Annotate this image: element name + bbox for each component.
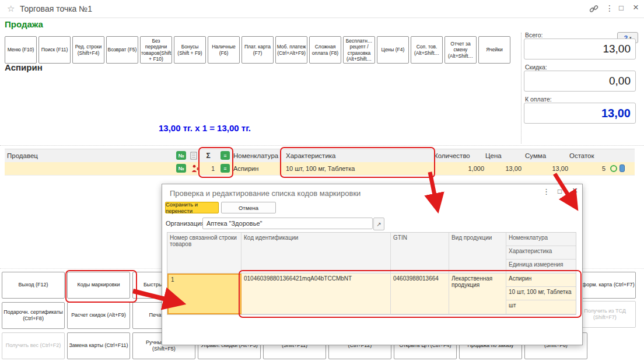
toolbar-button-prices[interactable]: Цены (F4) bbox=[377, 36, 409, 64]
col-product-type[interactable]: Вид продукции bbox=[449, 233, 506, 274]
row-line-number[interactable]: 1 bbox=[197, 162, 215, 175]
col-nomenclature[interactable]: Номенклатура bbox=[233, 149, 278, 162]
col-stock[interactable]: Остаток bbox=[569, 149, 594, 162]
discount-calc-button[interactable]: Расчет скидок (Alt+F9) bbox=[67, 302, 130, 329]
get-from-tsd-button[interactable]: Получить из ТСД (Shift+F7) bbox=[574, 301, 636, 328]
row-price[interactable]: 13,00 bbox=[485, 162, 522, 175]
row-nomenclature[interactable]: Аспирин bbox=[506, 274, 576, 287]
open-link-icon[interactable]: ↗ bbox=[373, 218, 384, 230]
marking-list-icon[interactable]: ≡ bbox=[220, 151, 230, 160]
maximize-icon[interactable]: □ bbox=[558, 187, 562, 195]
toolbar-button-search[interactable]: Поиск (F11) bbox=[38, 36, 71, 64]
exit-button[interactable]: Выход (F12) bbox=[2, 272, 65, 299]
current-product-title: Аспирин bbox=[5, 62, 43, 72]
row-product-type[interactable]: Лекарственная продукция bbox=[449, 274, 506, 314]
vertical-separator bbox=[521, 33, 522, 143]
line-number-icon: № bbox=[176, 164, 186, 173]
due-label: К оплате: bbox=[525, 96, 552, 103]
marking-codes-button[interactable]: Коды маркировки bbox=[67, 272, 130, 299]
col-quantity[interactable]: Количество bbox=[434, 149, 470, 162]
window-title: Торговая точка №1 bbox=[20, 4, 92, 13]
calc-line: 13,00 тг. x 1 = 13,00 тг. bbox=[159, 123, 251, 133]
row-linked-line-number[interactable]: 1 bbox=[167, 274, 242, 314]
sales-table-row[interactable]: № 1 ≡ Аспирин 10 шт, 100 мг, Таблетка 1,… bbox=[5, 162, 635, 176]
close-icon[interactable]: × bbox=[633, 2, 639, 13]
toolbar-button-edit-row[interactable]: Ред. строки (Shift+F4) bbox=[72, 36, 104, 64]
toolbar-button-complex-payment[interactable]: Сложная оплата (F8) bbox=[309, 36, 341, 64]
row-sum[interactable]: 13,00 bbox=[524, 162, 568, 175]
marking-codes-dialog: Проверка и редактирование списка кодов м… bbox=[162, 184, 583, 345]
get-weight-button[interactable]: Получить вес (Ctrl+F2) bbox=[2, 332, 65, 359]
row-unit[interactable]: шт bbox=[506, 300, 576, 314]
col-seller[interactable]: Продавец bbox=[7, 149, 38, 162]
toolbar-button-shift-report[interactable]: Отчет за смену (Alt+Shift… bbox=[444, 36, 477, 64]
toolbar-button-cash[interactable]: Наличные (F6) bbox=[208, 36, 240, 64]
due-field[interactable]: 13,00 bbox=[524, 103, 636, 124]
toolbar-button-mobile-payment[interactable]: Моб. платеж (Ctrl+Alt+F9) bbox=[275, 36, 307, 64]
toolbar-button-bonuses[interactable]: Бонусы (Shift + F9) bbox=[174, 36, 206, 64]
col-linked-line-number[interactable]: Номер связанной строки товаров bbox=[167, 233, 242, 274]
toolbar-button-free-recipe[interactable]: Бесплатн… рецепт / страховка (Alt+Shift… bbox=[343, 36, 375, 64]
discount-label: Скидка: bbox=[525, 64, 547, 71]
total-field[interactable]: 13,00 bbox=[524, 38, 636, 59]
row-characteristic[interactable]: 10 шт, 100 мг, Таблетка bbox=[506, 287, 576, 300]
maximize-icon[interactable]: □ bbox=[619, 3, 624, 12]
row-quantity[interactable]: 1,000 bbox=[433, 162, 484, 175]
col-gtin[interactable]: GTIN bbox=[391, 233, 449, 274]
toolbar-button-related-goods[interactable]: Соп. тов. (Alt+Shift… bbox=[411, 36, 443, 64]
discount-field[interactable]: 0,00 bbox=[524, 71, 636, 92]
marking-status-icon bbox=[620, 164, 625, 172]
col-characteristic[interactable]: Характеристика bbox=[506, 246, 576, 260]
row-gtin[interactable]: 04603988013664 bbox=[391, 274, 449, 314]
status-circle-icon bbox=[610, 165, 617, 172]
row-characteristic[interactable]: 10 шт, 100 мг, Таблетка bbox=[286, 162, 355, 175]
link-icon[interactable] bbox=[589, 4, 598, 16]
toolbar-button-card[interactable]: Плат. карта (F7) bbox=[242, 36, 274, 64]
total-label: Всего: bbox=[525, 31, 542, 38]
toolbar-button-return[interactable]: Возврат (F5) bbox=[106, 36, 138, 64]
favorite-star-icon[interactable]: ☆ bbox=[7, 3, 15, 14]
document-icon[interactable] bbox=[190, 152, 197, 162]
row-stock[interactable]: 5 bbox=[569, 162, 606, 175]
cancel-button[interactable]: Отмена bbox=[221, 202, 276, 213]
sales-table-header: Продавец № Σ ≡ Номенклатура Характеристи… bbox=[5, 149, 635, 163]
row-nomenclature[interactable]: Аспирин bbox=[233, 162, 258, 175]
info-card-button[interactable]: Информ. карта (Ctrl+F7) bbox=[574, 272, 636, 299]
col-price[interactable]: Цена bbox=[485, 149, 502, 162]
save-and-transfer-button[interactable]: Сохранить и перенести bbox=[165, 202, 219, 213]
gift-certificates-button[interactable]: Подарочн. сертификаты (Ctrl+F8) bbox=[2, 302, 65, 329]
organization-field[interactable]: Аптека "Здоровье" bbox=[202, 218, 373, 229]
row-identification-code[interactable]: 010460398801366421mqA04bTCCMbNT bbox=[242, 274, 391, 314]
toolbar-button-cells[interactable]: Ячейки bbox=[478, 36, 510, 64]
replace-card-button[interactable]: Замена карты (Ctrl+F11) bbox=[67, 332, 130, 359]
organization-label: Организация: bbox=[166, 220, 206, 227]
marking-codes-table: Номер связанной строки товаров Код идент… bbox=[167, 232, 576, 315]
toolbar-button-menu[interactable]: Меню (F10) bbox=[5, 36, 37, 64]
section-title: Продажа bbox=[5, 19, 43, 29]
toolbar-button-no-transfer[interactable]: Без передачи товаров(Shift + F10) bbox=[140, 36, 172, 64]
sigma-icon[interactable]: Σ bbox=[201, 149, 216, 162]
horizontal-separator bbox=[0, 145, 644, 146]
dialog-title: Проверка и редактирование списка кодов м… bbox=[170, 189, 360, 198]
titlebar: ☆ Торговая точка №1 ⋮ □ × bbox=[0, 0, 644, 18]
close-icon[interactable]: × bbox=[572, 185, 578, 196]
marking-list-icon[interactable]: ≡ bbox=[220, 164, 230, 173]
app-window: ☆ Торговая точка №1 ⋮ □ × Продажа ? ▾ Ме… bbox=[0, 0, 644, 361]
col-identification-code[interactable]: Код идентификации bbox=[242, 233, 391, 274]
col-unit[interactable]: Единица измерения bbox=[506, 260, 576, 274]
col-nomenclature[interactable]: Номенклатура bbox=[506, 233, 576, 246]
col-characteristic[interactable]: Характеристика bbox=[286, 149, 336, 162]
kebab-menu-icon[interactable]: ⋮ bbox=[606, 3, 614, 13]
line-number-icon[interactable]: № bbox=[176, 151, 186, 160]
kebab-menu-icon[interactable]: ⋮ bbox=[542, 187, 550, 196]
col-sum[interactable]: Сумма bbox=[525, 149, 546, 162]
